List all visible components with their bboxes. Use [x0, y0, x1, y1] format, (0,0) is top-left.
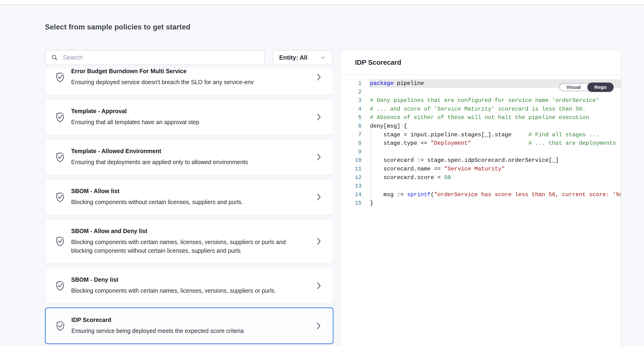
- code-line: 15}: [340, 199, 621, 208]
- code-line-content: stage = input.pipeline.stages[_].stage #…: [370, 131, 621, 139]
- chevron-right-icon: [315, 321, 322, 331]
- policy-list-item[interactable]: IDP Scorecard Ensuring service being dep…: [45, 308, 334, 344]
- policy-item-body: IDP Scorecard Ensuring service being dep…: [71, 316, 244, 335]
- rego-code-editor[interactable]: 1package pipeline23# Deny pipelines that…: [340, 79, 621, 208]
- policy-detail-title: IDP Scorecard: [355, 59, 401, 66]
- policy-item-description: Ensuring that deployments are applied on…: [71, 158, 248, 166]
- policy-item-description: Ensuring service being deployed meets th…: [71, 327, 244, 335]
- policy-item-body: Template - Allowed Environment Ensuring …: [71, 147, 248, 166]
- line-number: 10: [340, 156, 362, 165]
- code-line-content: [370, 182, 621, 191]
- line-number: 12: [340, 173, 362, 182]
- shield-check-icon: [55, 71, 66, 83]
- policy-item-description: Ensuring that all templates have an appr…: [71, 118, 200, 126]
- line-number: 7: [340, 131, 362, 139]
- code-line-content: scorecard.name == "Service Maturity": [370, 165, 621, 173]
- shield-check-icon: [55, 191, 66, 203]
- code-line-content: stage.type == "Deployment" # ... that ar…: [370, 139, 621, 148]
- line-number: 9: [340, 148, 362, 156]
- policy-list-item[interactable]: SBOM - Allow list Blocking components wi…: [45, 179, 334, 215]
- line-number: 4: [340, 105, 362, 114]
- code-line: 6deny[msg] {: [340, 122, 621, 131]
- code-line-content: deny[msg] {: [370, 122, 621, 131]
- line-number: 11: [340, 165, 362, 173]
- policy-list-item[interactable]: Error Budget Burndown For Multi Service …: [45, 68, 334, 95]
- policy-item-title: IDP Scorecard: [71, 316, 244, 324]
- line-number: 5: [340, 113, 362, 122]
- line-number: 2: [340, 88, 362, 96]
- chevron-down-icon: [320, 54, 326, 60]
- policy-item-body: Template - Approval Ensuring that all te…: [71, 107, 200, 126]
- policy-list: Error Budget Burndown For Multi Service …: [45, 68, 334, 346]
- code-line: 7 stage = input.pipeline.stages[_].stage…: [340, 131, 621, 139]
- code-line-content: scorecard := stage.spec.idpScorecard.ord…: [370, 156, 621, 165]
- policy-list-item[interactable]: SBOM - Allow and Deny list Blocking comp…: [45, 219, 334, 264]
- code-line: 3# Deny pipelines that are configured fo…: [340, 96, 621, 105]
- policy-item-title: Error Budget Burndown For Multi Service: [71, 68, 254, 75]
- shield-check-icon: [55, 235, 66, 247]
- chevron-right-icon: [315, 237, 322, 246]
- code-line-content: scorecard.score < 50: [370, 173, 621, 182]
- policy-item-title: SBOM - Allow and Deny list: [71, 228, 291, 235]
- mode-option-rego[interactable]: Rego: [587, 82, 614, 92]
- policy-list-item[interactable]: SBOM - Deny list Blocking components wit…: [45, 268, 334, 304]
- code-line: 11 scorecard.name == "Service Maturity": [340, 165, 621, 173]
- line-number: 15: [340, 199, 362, 208]
- top-bar: [0, 0, 644, 5]
- policy-item-description: Blocking components without certain lice…: [71, 198, 243, 206]
- code-line: 4# ... and score of 'Service Maturity' s…: [340, 105, 621, 114]
- chevron-right-icon: [315, 72, 322, 82]
- entity-filter-dropdown[interactable]: Entity: All: [272, 50, 332, 65]
- policy-item-description: Blocking components with certain names, …: [71, 238, 291, 255]
- shield-check-icon: [55, 280, 66, 292]
- search-box[interactable]: [45, 50, 265, 65]
- code-line: 8 stage.type == "Deployment" # ... that …: [340, 139, 621, 148]
- policy-item-body: SBOM - Allow and Deny list Blocking comp…: [71, 228, 291, 255]
- policy-list-item[interactable]: Template - Approval Ensuring that all te…: [45, 99, 334, 135]
- line-number: 13: [340, 182, 362, 191]
- code-line-content: [370, 148, 621, 156]
- line-number: 6: [340, 122, 362, 131]
- code-line: 9: [340, 148, 621, 156]
- policy-item-body: SBOM - Allow list Blocking components wi…: [71, 188, 243, 206]
- policy-detail-panel: IDP Scorecard VisualRego 1package pipeli…: [340, 50, 621, 346]
- policy-item-title: Template - Approval: [71, 107, 200, 115]
- code-line: 13: [340, 182, 621, 191]
- code-line-content: msg := sprintf("orderService has score l…: [370, 191, 621, 199]
- line-number: 3: [340, 96, 362, 105]
- line-number: 14: [340, 191, 362, 199]
- line-number: 8: [340, 139, 362, 148]
- shield-check-icon: [55, 111, 66, 123]
- policy-item-description: Blocking components with certain names, …: [71, 286, 276, 295]
- policy-item-body: Error Budget Burndown For Multi Service …: [71, 68, 254, 86]
- policy-item-description: Ensuring deployed service doesn't breach…: [71, 78, 254, 86]
- policy-item-title: Template - Allowed Environment: [71, 147, 248, 155]
- chevron-right-icon: [315, 152, 322, 162]
- indent-guide: [370, 131, 371, 199]
- chevron-right-icon: [315, 281, 322, 290]
- shield-check-icon: [55, 320, 66, 332]
- policy-list-item[interactable]: Template - Allowed Environment Ensuring …: [45, 139, 334, 175]
- policy-item-title: SBOM - Allow list: [71, 188, 243, 195]
- search-input[interactable]: [63, 54, 258, 61]
- code-line-content: }: [370, 199, 621, 208]
- code-line: 5# Absence of either of these will not h…: [340, 113, 621, 122]
- code-line-content: # ... and score of 'Service Maturity' sc…: [370, 105, 621, 114]
- policy-detail-header: IDP Scorecard: [340, 50, 621, 75]
- line-number: 1: [340, 79, 362, 88]
- code-line: 10 scorecard := stage.spec.idpScorecard.…: [340, 156, 621, 165]
- code-line: 12 scorecard.score < 50: [340, 173, 621, 182]
- entity-filter-label: Entity: All: [279, 54, 307, 61]
- policy-item-title: SBOM - Deny list: [71, 276, 276, 283]
- policy-item-body: SBOM - Deny list Blocking components wit…: [71, 276, 276, 295]
- editor-mode-toggle: VisualRego: [559, 83, 613, 91]
- mode-option-visual[interactable]: Visual: [560, 84, 587, 91]
- code-line-content: # Absence of either of these will not ha…: [370, 113, 621, 122]
- chevron-right-icon: [315, 192, 322, 202]
- code-line: 14 msg := sprintf("orderService has scor…: [340, 191, 621, 199]
- chevron-right-icon: [315, 112, 322, 122]
- code-line-content: # Deny pipelines that are configured for…: [370, 96, 621, 105]
- search-icon: [51, 54, 58, 61]
- page-title: Select from sample policies to get start…: [45, 23, 190, 31]
- shield-check-icon: [55, 151, 66, 163]
